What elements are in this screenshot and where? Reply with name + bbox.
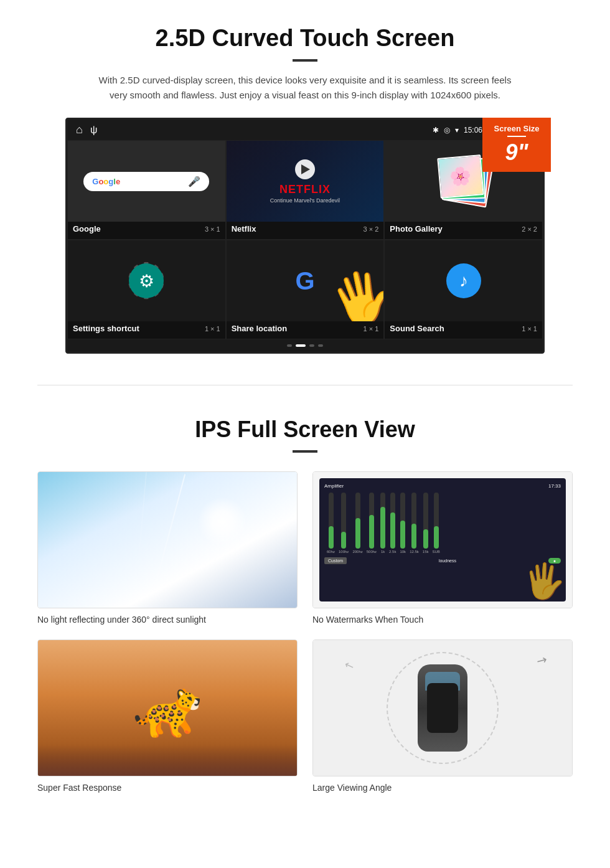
eq-bar-2: 100hz: [339, 493, 349, 554]
eq-bar-9: 15k: [423, 493, 429, 554]
car-image: ↗ ↖: [312, 639, 573, 776]
eq-label-3: 200hz: [352, 550, 362, 554]
app-cell-settings[interactable]: ⚙ ⚙ Settings shortcut 1 × 1: [67, 240, 226, 339]
cheetah-icon: 🐆: [133, 676, 202, 741]
eq-track-5[interactable]: [380, 493, 385, 549]
netflix-play-button[interactable]: [295, 159, 315, 179]
section2-underline: [293, 450, 317, 453]
google-search-bar[interactable]: Google 🎤: [83, 172, 209, 191]
eq-label-9: 15k: [423, 550, 429, 554]
eq-label-8: 12.5k: [410, 550, 419, 554]
section1-description: With 2.5D curved-display screen, this de…: [93, 73, 517, 103]
light-ray-1: [149, 474, 185, 605]
pagination-dot-1[interactable]: [287, 344, 292, 347]
eq-bar-3: 200hz: [352, 493, 362, 554]
image-grid: No light reflecting under 360° direct su…: [37, 471, 573, 793]
img-card-car: ↗ ↖ Large Viewing Angle: [312, 639, 573, 793]
netflix-app-name: Netflix: [232, 224, 256, 234]
eq-label-5: 1k: [381, 550, 385, 554]
eq-label-4: 500hz: [367, 550, 377, 554]
sunlight-caption: No light reflecting under 360° direct su…: [37, 615, 298, 625]
angle-arrow-2: ↖: [342, 658, 356, 674]
badge-divider: [507, 136, 526, 137]
section-curved-screen: 2.5D Curved Touch Screen With 2.5D curve…: [0, 0, 610, 366]
pagination-dot-4[interactable]: [318, 344, 323, 347]
usb-icon: ψ: [90, 125, 97, 136]
pagination-dot-3[interactable]: [309, 344, 314, 347]
cheetah-bg: 🐆: [38, 640, 297, 776]
amp-hand-icon: 🖐: [523, 561, 566, 601]
google-search-container: Google 🎤: [68, 141, 225, 222]
sound-circle: ♪: [446, 263, 481, 298]
eq-track-8[interactable]: [411, 493, 416, 549]
app-cell-google[interactable]: Google 🎤 Google 3 × 1: [67, 140, 226, 240]
eq-track-3[interactable]: [355, 493, 360, 549]
eq-bar-4: 500hz: [367, 493, 377, 554]
title-underline: [293, 59, 317, 62]
share-app-size: 1 × 1: [364, 325, 379, 333]
eq-bars: 60hz 100hz 200hz: [324, 491, 561, 554]
photo-stack: 🌸: [439, 156, 489, 206]
flower-icon: 🌸: [449, 166, 472, 188]
eq-track-1[interactable]: [329, 493, 334, 549]
sound-search-content: ♪: [385, 240, 542, 321]
app-cell-sound-search[interactable]: ♪ Sound Search 1 × 1: [384, 240, 543, 339]
eq-label-6: 2.5k: [389, 550, 396, 554]
ground: [38, 745, 297, 776]
pagination-dots: [67, 339, 543, 352]
amp-title: Amplifier: [324, 483, 344, 489]
amplifier-bg: Amplifier 17:33 60hz 100hz: [313, 472, 572, 608]
google-mic-icon[interactable]: 🎤: [188, 176, 200, 187]
google-app-name: Google: [73, 224, 101, 234]
amplifier-caption: No Watermarks When Touch: [312, 615, 573, 625]
device-wrapper: Screen Size 9" ⌂ ψ ✱ ◎ ▾ 15:06 📷 🔊 ✖: [65, 118, 545, 354]
sunlight-bg: [38, 472, 297, 608]
img-card-cheetah: 🐆 Super Fast Response: [37, 639, 298, 793]
eq-track-2[interactable]: [341, 493, 346, 549]
eq-bar-8: 12.5k: [410, 493, 419, 554]
eq-track-10[interactable]: [434, 493, 439, 549]
eq-bar-5: 1k: [380, 493, 385, 554]
settings-gear-icon: ⚙: [139, 271, 154, 291]
eq-label-10: SUB: [433, 550, 440, 554]
car-body: [418, 664, 467, 752]
eq-track-6[interactable]: [390, 493, 395, 549]
sun-flare: [197, 497, 247, 547]
netflix-label-row: Netflix 3 × 2: [227, 222, 384, 236]
google-label-row: Google 3 × 1: [68, 222, 225, 236]
eq-label-2: 100hz: [339, 550, 349, 554]
sunlight-image: [37, 471, 298, 608]
app-cell-netflix[interactable]: NETFLIX Continue Marvel's Daredevil Netf…: [226, 140, 385, 240]
status-left-icons: ⌂ ψ: [76, 123, 97, 136]
eq-track-9[interactable]: [423, 493, 428, 549]
eq-bar-6: 2.5k: [389, 493, 396, 554]
img-card-amplifier: Amplifier 17:33 60hz 100hz: [312, 471, 573, 625]
eq-track-4[interactable]: [369, 493, 374, 549]
settings-label-row: Settings shortcut 1 × 1: [68, 321, 225, 336]
section-divider: [37, 385, 573, 385]
share-location-content: G 🖐: [227, 240, 384, 321]
section2-title: IPS Full Screen View: [37, 417, 573, 443]
netflix-subtitle: Continue Marvel's Daredevil: [270, 197, 340, 204]
sound-app-name: Sound Search: [390, 324, 444, 333]
pagination-dot-2[interactable]: [296, 344, 306, 347]
eq-track-7[interactable]: [400, 493, 405, 549]
angle-arrow-1: ↗: [533, 651, 550, 669]
section1-title: 2.5D Curved Touch Screen: [37, 25, 573, 52]
google-logo: Google: [92, 177, 120, 186]
amp-header: Amplifier 17:33: [324, 483, 561, 489]
amp-loudness-label: loudness: [439, 559, 456, 563]
app-cell-share-location[interactable]: G 🖐 Share location 1 × 1: [226, 240, 385, 339]
car-bg: ↗ ↖: [313, 640, 572, 776]
pointing-hand-icon: 🖐: [324, 262, 383, 321]
gallery-label-row: Photo Gallery 2 × 2: [385, 222, 542, 236]
car-roof: [427, 683, 458, 733]
home-icon[interactable]: ⌂: [76, 123, 83, 136]
eq-bar-1: 60hz: [327, 493, 335, 554]
badge-size: 9": [492, 139, 541, 166]
eq-bar-10: SUB: [433, 493, 440, 554]
sound-app-size: 1 × 1: [522, 325, 537, 333]
amp-custom-btn[interactable]: Custom: [324, 557, 347, 564]
location-icon: ◎: [444, 126, 450, 134]
light-ray-2: [137, 472, 147, 580]
